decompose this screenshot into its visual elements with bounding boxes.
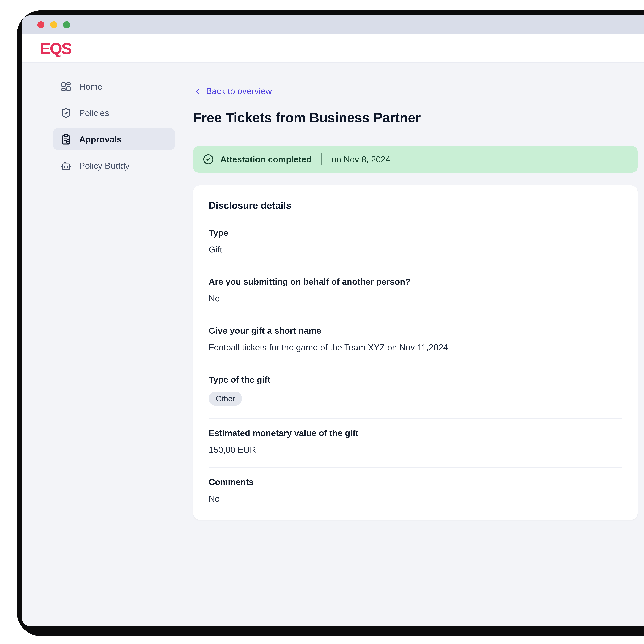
sidebar-item-label: Policy Buddy	[79, 161, 129, 170]
field-value: Other	[209, 391, 622, 405]
sidebar: Home Policies Approvals Policy Buddy	[53, 75, 175, 626]
sidebar-item-policies[interactable]: Policies	[53, 102, 175, 124]
robot-icon	[61, 160, 71, 171]
content-area: Home Policies Approvals Policy Buddy	[22, 63, 644, 626]
field-value: Gift	[209, 244, 622, 254]
field-type: Type Gift	[209, 218, 622, 266]
details-heading: Disclosure details	[209, 198, 622, 218]
zoom-button[interactable]	[63, 21, 70, 28]
back-link-label: Back to overview	[206, 86, 272, 96]
banner-title: Attestation completed	[220, 154, 312, 164]
page-header: Back to overview Free Tickets from Busin…	[193, 75, 644, 127]
field-short-name: Give your gift a short name Football tic…	[209, 315, 622, 364]
banner-date: on Nov 8, 2024	[332, 154, 391, 164]
minimize-button[interactable]	[50, 21, 57, 28]
field-label: Type	[209, 228, 622, 237]
field-on-behalf: Are you submitting on behalf of another …	[209, 266, 622, 315]
sidebar-item-label: Home	[79, 82, 102, 91]
field-gift-type: Type of the gift Other	[209, 364, 622, 418]
field-label: Type of the gift	[209, 375, 622, 384]
circle-check-icon	[203, 154, 214, 165]
banner-divider	[321, 153, 322, 165]
sidebar-item-label: Approvals	[79, 134, 122, 144]
page-title: Free Tickets from Business Partner	[193, 109, 644, 127]
eqs-logo: EQS	[40, 40, 71, 56]
close-button[interactable]	[37, 21, 44, 28]
field-monetary-value: Estimated monetary value of the gift 150…	[209, 418, 622, 467]
sidebar-item-home[interactable]: Home	[53, 75, 175, 97]
field-label: Estimated monetary value of the gift	[209, 428, 622, 438]
field-label: Give your gift a short name	[209, 326, 622, 335]
sidebar-item-approvals[interactable]: Approvals	[53, 128, 175, 150]
attestation-banner: Attestation completed on Nov 8, 2024	[193, 146, 638, 172]
dashboard-icon	[61, 81, 71, 92]
disclosure-details-card: Disclosure details Type Gift Are you sub…	[193, 185, 638, 519]
screenshot-stage: EQS Jane Doe Home Policies	[0, 0, 644, 644]
gift-type-chip: Other	[209, 391, 242, 405]
window-bezel: EQS Jane Doe Home Policies	[17, 10, 644, 636]
field-label: Comments	[209, 477, 622, 487]
window-titlebar	[22, 15, 644, 34]
field-value: No	[209, 494, 622, 503]
page: Back to overview Free Tickets from Busin…	[193, 75, 644, 626]
app-header: EQS Jane Doe	[22, 34, 644, 63]
field-comments: Comments No	[209, 467, 622, 516]
chevron-left-icon	[193, 87, 202, 96]
sidebar-item-policy-buddy[interactable]: Policy Buddy	[53, 155, 175, 176]
field-label: Are you submitting on behalf of another …	[209, 277, 622, 286]
clipboard-check-icon	[61, 134, 71, 145]
columns: Attestation completed on Nov 8, 2024 Dis…	[193, 146, 644, 626]
back-to-overview-link[interactable]: Back to overview	[193, 86, 272, 96]
field-value: Football tickets for the game of the Tea…	[209, 342, 622, 352]
main-column: Attestation completed on Nov 8, 2024 Dis…	[193, 146, 638, 626]
sidebar-item-label: Policies	[79, 108, 109, 118]
app-window: EQS Jane Doe Home Policies	[22, 15, 644, 626]
shield-check-icon	[61, 107, 71, 118]
field-value: No	[209, 293, 622, 303]
field-value: 150,00 EUR	[209, 445, 622, 454]
